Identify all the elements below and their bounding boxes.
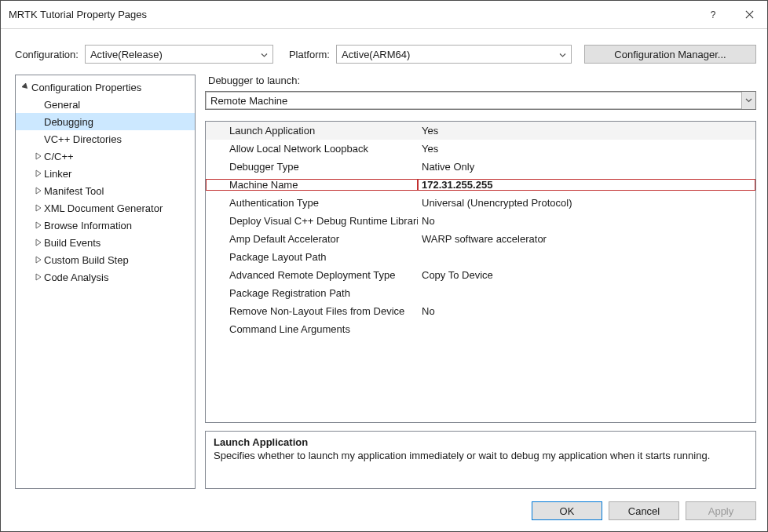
property-row[interactable]: Remove Non-Layout Files from DeviceNo bbox=[206, 302, 755, 320]
property-name: Package Layout Path bbox=[206, 251, 418, 263]
debugger-to-launch-value: Remote Machine bbox=[210, 95, 287, 107]
close-icon bbox=[745, 10, 754, 19]
expand-icon[interactable] bbox=[33, 239, 44, 246]
tree-item-label: XML Document Generator bbox=[44, 202, 163, 214]
svg-marker-10 bbox=[36, 257, 41, 263]
expand-icon[interactable] bbox=[33, 204, 44, 212]
property-name: Command Line Arguments bbox=[206, 323, 418, 335]
property-value[interactable]: Native Only bbox=[418, 161, 755, 173]
expand-icon[interactable] bbox=[33, 152, 44, 160]
debugger-to-launch-label: Debugger to launch: bbox=[208, 75, 756, 86]
tree-item-label: VC++ Directories bbox=[44, 133, 122, 145]
platform-value: Active(ARM64) bbox=[342, 49, 410, 60]
cancel-button[interactable]: Cancel bbox=[609, 501, 679, 520]
svg-marker-4 bbox=[36, 153, 41, 159]
config-row: Configuration: Active(Release) Platform:… bbox=[1, 29, 767, 71]
property-row[interactable]: Package Registration Path bbox=[206, 284, 755, 302]
property-value[interactable]: Yes bbox=[418, 143, 755, 155]
svg-text:?: ? bbox=[710, 10, 715, 19]
property-name: Deploy Visual C++ Debug Runtime Librarie… bbox=[206, 215, 418, 227]
tree-item-label: Manifest Tool bbox=[44, 185, 104, 197]
tree-item-xml-document-generator[interactable]: XML Document Generator bbox=[16, 199, 195, 217]
property-row[interactable]: Command Line Arguments bbox=[206, 320, 755, 338]
tree-item-label: General bbox=[44, 99, 80, 111]
tree-item-general[interactable]: General bbox=[16, 96, 195, 113]
debugger-to-launch-combo[interactable]: Remote Machine bbox=[205, 91, 756, 110]
property-name: Launch Application bbox=[206, 125, 418, 137]
property-value[interactable]: 172.31.255.255 bbox=[418, 179, 755, 191]
tree-item-code-analysis[interactable]: Code Analysis bbox=[16, 268, 195, 286]
property-name: Package Registration Path bbox=[206, 287, 418, 299]
property-row[interactable]: Machine Name172.31.255.255 bbox=[206, 176, 755, 194]
tree-item-debugging[interactable]: Debugging bbox=[16, 113, 195, 130]
property-row[interactable]: Authentication TypeUniversal (Unencrypte… bbox=[206, 194, 755, 212]
expand-icon[interactable] bbox=[33, 221, 44, 229]
property-name: Debugger Type bbox=[206, 161, 418, 173]
configuration-label: Configuration: bbox=[15, 49, 79, 60]
property-pages-dialog: MRTK Tutorial Property Pages ? Configura… bbox=[0, 0, 768, 532]
property-grid[interactable]: Launch ApplicationYesAllow Local Network… bbox=[205, 121, 756, 423]
expand-icon[interactable] bbox=[33, 187, 44, 195]
window-title: MRTK Tutorial Property Pages bbox=[9, 9, 695, 20]
tree-item-label: Build Events bbox=[44, 237, 101, 249]
titlebar: MRTK Tutorial Property Pages ? bbox=[1, 1, 767, 29]
ok-button[interactable]: OK bbox=[532, 501, 602, 520]
platform-combo[interactable]: Active(ARM64) bbox=[336, 45, 572, 64]
property-name: Machine Name bbox=[206, 179, 418, 191]
configuration-combo[interactable]: Active(Release) bbox=[85, 45, 273, 64]
tree-item-manifest-tool[interactable]: Manifest Tool bbox=[16, 182, 195, 199]
expand-icon[interactable] bbox=[33, 169, 44, 177]
tree-item-c-c-[interactable]: C/C++ bbox=[16, 148, 195, 165]
property-value[interactable]: No bbox=[418, 215, 755, 227]
chevron-down-icon bbox=[261, 49, 268, 60]
property-name: Amp Default Accelerator bbox=[206, 233, 418, 245]
dialog-footer: OK Cancel Apply bbox=[1, 495, 767, 531]
tree-item-custom-build-step[interactable]: Custom Build Step bbox=[16, 251, 195, 268]
help-button[interactable]: ? bbox=[695, 1, 731, 29]
tree-item-linker[interactable]: Linker bbox=[16, 165, 195, 182]
property-row[interactable]: Debugger TypeNative Only bbox=[206, 158, 755, 176]
property-value[interactable]: Copy To Device bbox=[418, 269, 755, 281]
svg-marker-6 bbox=[36, 188, 41, 194]
svg-marker-11 bbox=[36, 274, 41, 280]
property-row[interactable]: Advanced Remote Deployment TypeCopy To D… bbox=[206, 266, 755, 284]
tree-item-label: Linker bbox=[44, 168, 71, 180]
property-value[interactable]: Universal (Unencrypted Protocol) bbox=[418, 197, 755, 209]
property-name: Authentication Type bbox=[206, 197, 418, 209]
collapse-icon[interactable] bbox=[20, 83, 31, 91]
apply-button[interactable]: Apply bbox=[686, 501, 756, 520]
property-value[interactable]: No bbox=[418, 305, 755, 317]
platform-label: Platform: bbox=[289, 49, 330, 60]
description-title: Launch Application bbox=[214, 436, 748, 448]
tree-item-build-events[interactable]: Build Events bbox=[16, 234, 195, 251]
content-area: Configuration Properties GeneralDebuggin… bbox=[1, 71, 767, 495]
tree-item-vc-directories[interactable]: VC++ Directories bbox=[16, 130, 195, 148]
svg-marker-9 bbox=[36, 239, 41, 246]
tree-item-label: Code Analysis bbox=[44, 271, 108, 283]
expand-icon[interactable] bbox=[33, 256, 44, 264]
nav-tree[interactable]: Configuration Properties GeneralDebuggin… bbox=[15, 75, 196, 489]
property-name: Remove Non-Layout Files from Device bbox=[206, 305, 418, 317]
property-row[interactable]: Deploy Visual C++ Debug Runtime Librarie… bbox=[206, 212, 755, 230]
property-value[interactable]: Yes bbox=[418, 125, 755, 137]
tree-item-label: Debugging bbox=[44, 116, 93, 128]
property-row[interactable]: Amp Default AcceleratorWARP software acc… bbox=[206, 230, 755, 248]
svg-marker-8 bbox=[36, 222, 41, 228]
property-row[interactable]: Allow Local Network LoopbackYes bbox=[206, 140, 755, 158]
description-body: Specifies whether to launch my applicati… bbox=[214, 450, 748, 461]
svg-marker-3 bbox=[22, 83, 30, 91]
help-icon: ? bbox=[709, 10, 718, 19]
chevron-down-icon[interactable] bbox=[741, 92, 755, 109]
property-name: Allow Local Network Loopback bbox=[206, 143, 418, 155]
configuration-manager-button[interactable]: Configuration Manager... bbox=[584, 45, 756, 64]
property-name: Advanced Remote Deployment Type bbox=[206, 269, 418, 281]
close-button[interactable] bbox=[731, 1, 767, 29]
property-value[interactable]: WARP software accelerator bbox=[418, 233, 755, 245]
tree-item-label: Browse Information bbox=[44, 220, 132, 231]
tree-item-browse-information[interactable]: Browse Information bbox=[16, 217, 195, 234]
tree-item-label: C/C++ bbox=[44, 151, 74, 162]
property-row[interactable]: Package Layout Path bbox=[206, 248, 755, 266]
tree-root[interactable]: Configuration Properties bbox=[16, 78, 195, 96]
expand-icon[interactable] bbox=[33, 273, 44, 281]
property-row[interactable]: Launch ApplicationYes bbox=[206, 122, 755, 140]
